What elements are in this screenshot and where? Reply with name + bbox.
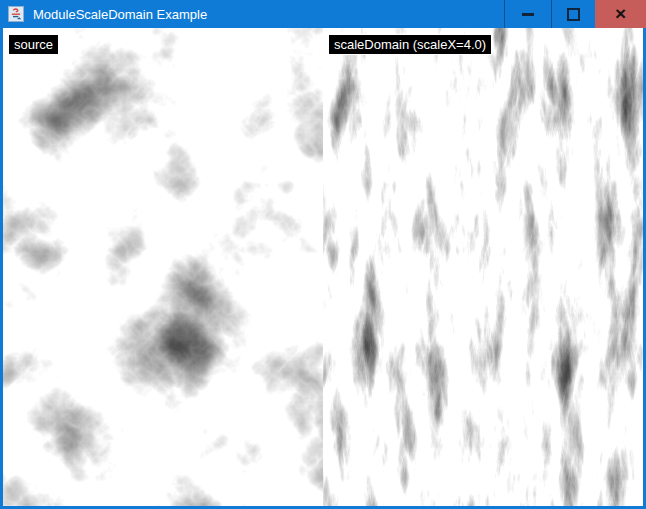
maximize-icon — [567, 8, 580, 21]
minimize-icon — [522, 13, 534, 16]
minimize-button[interactable] — [504, 0, 551, 28]
panel-scaledomain: scaleDomain (scaleX=4.0) — [323, 28, 643, 506]
java-coffee-cup-icon[interactable] — [7, 5, 25, 23]
window-controls: × — [504, 0, 646, 28]
app-window: ModuleScaleDomain Example × source scale… — [0, 0, 646, 509]
titlebar[interactable]: ModuleScaleDomain Example × — [0, 0, 646, 28]
maximize-button[interactable] — [551, 0, 595, 28]
source-label: source — [8, 34, 59, 55]
close-icon: × — [615, 4, 626, 23]
scaledomain-label: scaleDomain (scaleX=4.0) — [328, 34, 492, 55]
source-noise-image — [3, 28, 323, 506]
content-area: source scaleDomain (scaleX=4.0) — [3, 28, 643, 506]
close-button[interactable]: × — [595, 0, 646, 28]
scaledomain-noise-image — [323, 28, 643, 506]
panel-source: source — [3, 28, 323, 506]
window-title: ModuleScaleDomain Example — [33, 7, 207, 22]
